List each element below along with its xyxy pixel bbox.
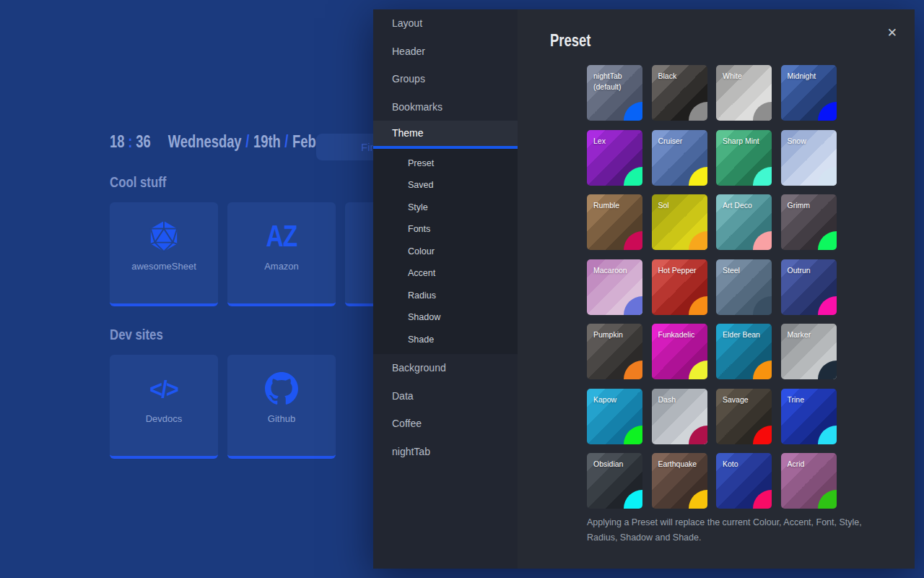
preset-pumpkin[interactable]: Pumpkin — [587, 324, 642, 379]
preset-art-deco[interactable]: Art Deco — [716, 194, 772, 250]
bookmark-github[interactable]: Github — [227, 355, 336, 459]
sidebar-item-label: Bookmarks — [392, 101, 443, 113]
preset-cruiser[interactable]: Cruiser — [652, 130, 707, 186]
submenu-item-colour[interactable]: Colour — [373, 241, 518, 263]
submenu-item-shadow[interactable]: Shadow — [373, 306, 518, 329]
code-brackets-icon: </> — [148, 370, 179, 407]
az-letters-icon: AZ — [262, 217, 301, 255]
preset-accent-swatch — [753, 167, 772, 186]
preset-sharp-mint[interactable]: Sharp Mint — [716, 130, 772, 186]
clock-minutes: 36 — [136, 132, 150, 151]
preset-name: White — [723, 71, 768, 82]
bookmark-amazon[interactable]: AZAmazon — [227, 202, 336, 306]
sidebar-item-background[interactable]: Background — [373, 354, 518, 382]
preset-nighttab-default[interactable]: nightTab (default) — [587, 65, 642, 121]
preset-accent-swatch — [689, 361, 707, 379]
bookmark-devdocs[interactable]: </>Devdocs — [110, 355, 218, 459]
preset-accent-swatch — [689, 167, 707, 186]
preset-rumble[interactable]: Rumble — [587, 194, 642, 250]
preset-name: Sharp Mint — [723, 136, 768, 147]
preset-midnight[interactable]: Midnight — [781, 65, 837, 121]
preset-dash[interactable]: Dash — [652, 389, 707, 444]
preset-trine[interactable]: Trine — [781, 389, 837, 444]
preset-kapow[interactable]: Kapow — [587, 389, 642, 444]
preset-name: Lex — [593, 136, 639, 147]
preset-lex[interactable]: Lex — [587, 130, 642, 186]
preset-elder-bean[interactable]: Elder Bean — [716, 324, 772, 379]
sidebar-item-label: Data — [392, 390, 414, 402]
sidebar-item-layout[interactable]: Layout — [373, 9, 518, 38]
submenu-item-saved[interactable]: Saved — [373, 174, 518, 197]
bookmark-awesomesheet[interactable]: awesomeSheet — [110, 202, 218, 306]
preset-name: Grimm — [788, 200, 833, 211]
submenu-item-shade[interactable]: Shade — [373, 329, 518, 351]
preset-acrid[interactable]: Acrid — [781, 453, 837, 509]
settings-menu: LayoutHeaderGroupsBookmarksThemePresetSa… — [373, 9, 518, 569]
preset-name: Koto — [723, 459, 768, 470]
preset-accent-swatch — [689, 296, 707, 315]
preset-accent-swatch — [689, 231, 707, 250]
preset-accent-swatch — [818, 102, 837, 121]
preset-panel: Preset ✕ nightTab (default)BlackWhiteMid… — [518, 9, 915, 569]
group-title: Dev sites — [110, 326, 163, 343]
preset-outrun[interactable]: Outrun — [781, 259, 837, 315]
preset-accent-swatch — [753, 426, 772, 444]
preset-obsidian[interactable]: Obsidian — [587, 453, 642, 509]
sidebar-item-coffee[interactable]: Coffee — [373, 410, 518, 438]
preset-name: Midnight — [788, 71, 833, 82]
submenu-item-fonts[interactable]: Fonts — [373, 218, 518, 241]
bookmark-label: Github — [268, 413, 295, 424]
submenu-item-preset[interactable]: Preset — [373, 152, 518, 175]
submenu-item-label: Radius — [408, 290, 436, 301]
panel-title: Preset — [550, 31, 590, 51]
preset-name: Cruiser — [658, 136, 704, 147]
sidebar-item-nighttab[interactable]: nightTab — [373, 438, 518, 466]
preset-grid: nightTab (default)BlackWhiteMidnightLexC… — [587, 65, 837, 509]
preset-accent-swatch — [818, 426, 837, 444]
preset-accent-swatch — [753, 490, 772, 509]
preset-accent-swatch — [818, 231, 837, 250]
preset-marker[interactable]: Marker — [781, 324, 837, 379]
clock-hours: 18 — [110, 132, 124, 151]
preset-earthquake[interactable]: Earthquake — [652, 453, 707, 509]
preset-name: nightTab (default) — [593, 71, 639, 92]
preset-name: Earthquake — [658, 459, 704, 470]
submenu-item-accent[interactable]: Accent — [373, 262, 518, 285]
github-icon — [265, 370, 298, 407]
date-slash-icon: / — [284, 132, 288, 151]
sidebar-item-label: nightTab — [392, 446, 430, 457]
d20-icon — [147, 217, 180, 255]
bookmark-label: Amazon — [264, 261, 299, 272]
close-icon[interactable]: ✕ — [884, 24, 900, 42]
submenu-item-radius[interactable]: Radius — [373, 285, 518, 307]
submenu-item-style[interactable]: Style — [373, 197, 518, 219]
sidebar-item-label: Background — [392, 362, 446, 374]
sidebar-item-groups[interactable]: Groups — [373, 65, 518, 93]
preset-name: Elder Bean — [723, 329, 768, 340]
sidebar-item-label: Header — [392, 46, 425, 57]
preset-steel[interactable]: Steel — [716, 259, 772, 315]
clock: 18:36Wednesday/19th/February — [110, 132, 349, 152]
sidebar-item-bookmarks[interactable]: Bookmarks — [373, 93, 518, 121]
sidebar-item-theme[interactable]: Theme — [373, 121, 518, 149]
date-number: 19th — [253, 132, 281, 151]
preset-sol[interactable]: Sol — [652, 194, 707, 250]
preset-black[interactable]: Black — [652, 65, 707, 121]
preset-macaroon[interactable]: Macaroon — [587, 259, 642, 315]
preset-koto[interactable]: Koto — [716, 453, 772, 509]
preset-white[interactable]: White — [716, 65, 772, 121]
sidebar-item-label: Coffee — [392, 418, 422, 429]
preset-funkadelic[interactable]: Funkadelic — [652, 324, 707, 379]
preset-savage[interactable]: Savage — [716, 389, 772, 444]
sidebar-item-data[interactable]: Data — [373, 382, 518, 410]
preset-name: Dash — [658, 394, 704, 405]
preset-accent-swatch — [624, 361, 642, 379]
preset-accent-swatch — [624, 102, 642, 121]
sidebar-item-label: Layout — [392, 17, 422, 29]
preset-name: Art Deco — [723, 200, 768, 211]
preset-grimm[interactable]: Grimm — [781, 194, 837, 250]
preset-snow[interactable]: Snow — [781, 130, 837, 186]
preset-accent-swatch — [753, 361, 772, 379]
preset-hot-pepper[interactable]: Hot Pepper — [652, 259, 707, 315]
sidebar-item-header[interactable]: Header — [373, 38, 518, 66]
